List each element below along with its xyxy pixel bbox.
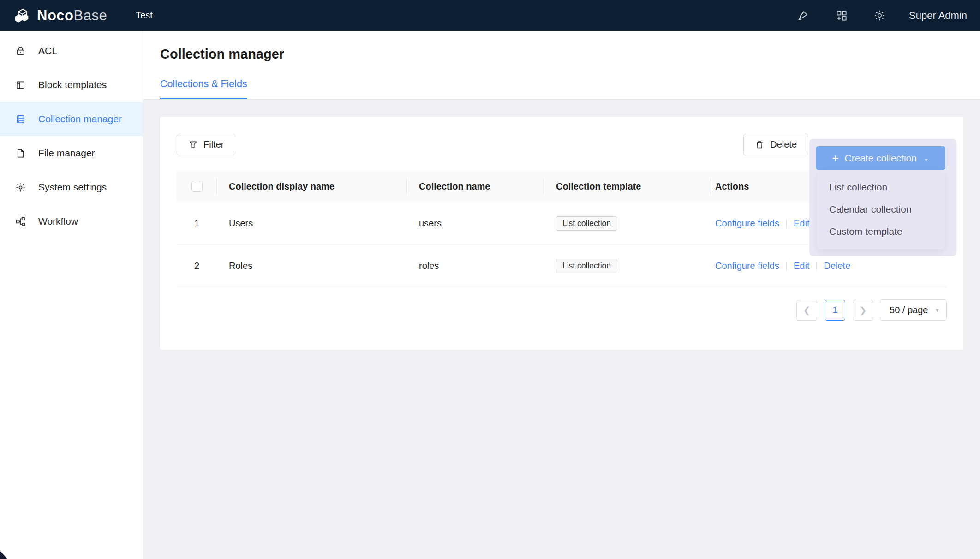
cell-collection-name: roles: [407, 261, 544, 271]
page-number-button[interactable]: 1: [825, 300, 845, 321]
funnel-icon: [188, 140, 198, 149]
sidebar-item-acl[interactable]: ACL: [0, 34, 143, 68]
delete-button[interactable]: Delete: [743, 134, 808, 155]
plugin-appstore-add-icon[interactable]: [835, 9, 848, 22]
page-number: 1: [832, 305, 837, 315]
chevron-down-icon: ⌄: [923, 154, 929, 162]
template-tag: List collection: [556, 259, 617, 273]
column-title: Collection name: [419, 181, 490, 192]
create-collection-button[interactable]: + Create collection ⌄: [816, 146, 945, 170]
delete-link[interactable]: Delete: [824, 261, 850, 271]
plus-icon: +: [832, 152, 838, 165]
sidebar-item-label: Block templates: [38, 79, 107, 90]
cell-actions: Configure fields Edit Delete: [711, 261, 947, 271]
filter-button[interactable]: Filter: [177, 134, 235, 155]
page-size-value: 50 / page: [890, 305, 928, 315]
page-title: Collection manager: [160, 45, 980, 63]
workflow-icon: [15, 216, 26, 227]
page-header: Collection manager Collections & Fields: [143, 31, 980, 100]
edit-link[interactable]: Edit: [794, 261, 809, 271]
nocobase-cube-icon: [13, 6, 31, 25]
menu-item-list-collection[interactable]: List collection: [817, 176, 945, 198]
template-tag: List collection: [556, 216, 617, 231]
row-index: 1: [194, 218, 199, 229]
sidebar-item-label: File manager: [38, 148, 95, 159]
edit-link[interactable]: Edit: [794, 218, 809, 229]
header-collection-name: Collection name: [407, 170, 544, 202]
navbar-right-group: Super Admin: [771, 9, 980, 22]
lock-icon: [15, 46, 26, 56]
left-sidebar: ACL Block templates Collection manager: [0, 31, 143, 559]
row-index: 2: [194, 261, 199, 271]
file-icon: [15, 148, 26, 159]
action-divider: [786, 262, 787, 271]
delete-label: Delete: [770, 139, 797, 150]
sidebar-item-label: ACL: [38, 45, 57, 56]
sidebar-item-block-templates[interactable]: Block templates: [0, 68, 143, 102]
header-select-all-cell: [177, 170, 217, 202]
next-page-button[interactable]: ❯: [853, 300, 873, 321]
create-collection-dropdown: List collection Calendar collection Cust…: [817, 171, 945, 249]
chevron-left-icon: ❮: [803, 305, 811, 315]
cell-display-name: Users: [217, 218, 407, 229]
top-navbar: NocoBase Test Super Admin: [0, 0, 980, 31]
sidebar-item-label: Workflow: [38, 216, 78, 227]
nocobase-logo[interactable]: NocoBase: [13, 6, 107, 25]
gear-icon: [15, 182, 26, 193]
sidebar-item-label: Collection manager: [38, 113, 122, 125]
menu-item-custom-template[interactable]: Custom template: [817, 220, 945, 243]
sidebar-item-workflow[interactable]: Workflow: [0, 204, 143, 238]
create-collection-label: Create collection: [845, 153, 917, 164]
cell-collection-template: List collection: [544, 259, 711, 273]
chevron-right-icon: ❯: [860, 305, 867, 315]
column-title: Actions: [715, 181, 749, 192]
sidebar-item-collection-manager[interactable]: Collection manager: [0, 102, 143, 136]
pagination: ❮ 1 ❯ 50 / page ▾: [177, 299, 947, 321]
prev-page-button[interactable]: ❮: [796, 300, 817, 321]
header-display-name: Collection display name: [217, 170, 407, 202]
cell-collection-name: users: [407, 218, 544, 229]
configure-fields-link[interactable]: Configure fields: [715, 261, 779, 271]
page-size-select[interactable]: 50 / page ▾: [880, 299, 947, 321]
column-title: Collection display name: [229, 181, 335, 192]
gear-icon[interactable]: [873, 9, 886, 22]
filter-label: Filter: [203, 139, 224, 150]
action-divider: [816, 262, 817, 271]
chevron-down-icon: ▾: [935, 306, 939, 314]
sidebar-item-file-manager[interactable]: File manager: [0, 136, 143, 170]
menu-item-calendar-collection[interactable]: Calendar collection: [817, 198, 945, 220]
highlighter-icon[interactable]: [797, 9, 809, 22]
nav-menu-item-test[interactable]: Test: [136, 10, 153, 21]
collections-icon: [15, 114, 26, 125]
tab-bar: Collections & Fields: [160, 78, 980, 99]
column-title: Collection template: [556, 181, 641, 192]
tab-collections-and-fields[interactable]: Collections & Fields: [160, 78, 247, 99]
logo-wordmark: NocoBase: [37, 7, 107, 24]
sidebar-item-system-settings[interactable]: System settings: [0, 170, 143, 204]
trash-icon: [755, 140, 765, 149]
main-content: Collection manager Collections & Fields …: [143, 31, 980, 559]
header-collection-template: Collection template: [544, 170, 711, 202]
cell-collection-template: List collection: [544, 216, 711, 231]
cell-display-name: Roles: [217, 261, 407, 271]
sidebar-item-label: System settings: [38, 182, 107, 193]
action-divider: [786, 219, 787, 228]
configure-fields-link[interactable]: Configure fields: [715, 218, 779, 229]
layout-icon: [15, 80, 26, 90]
user-menu[interactable]: Super Admin: [909, 10, 967, 22]
select-all-checkbox[interactable]: [191, 181, 203, 192]
